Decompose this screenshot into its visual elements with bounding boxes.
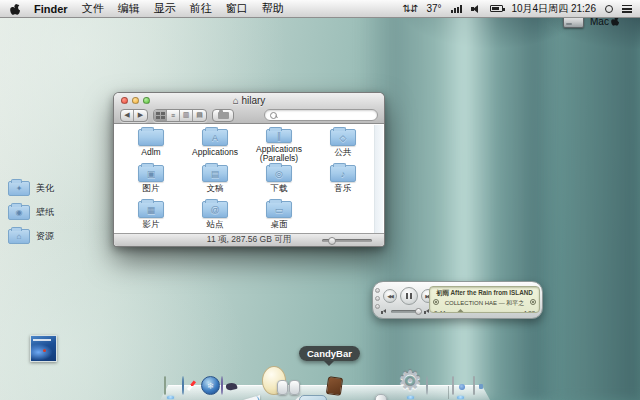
folder-item[interactable]: ▤ 文稿 [183, 163, 247, 199]
track-artist: COLLECTION HAE — 和平之 [445, 300, 525, 306]
shortcut-meihua[interactable]: ✦ 美化 [8, 181, 54, 196]
dock-separator [448, 386, 449, 399]
disc-app-icon[interactable] [426, 376, 428, 395]
temperature-status[interactable]: 37° [426, 3, 441, 14]
folder-item[interactable]: ▦ 影片 [119, 199, 183, 233]
search-input[interactable] [264, 109, 378, 121]
home-icon: ⌂ [233, 95, 239, 106]
running-indicator [167, 396, 174, 399]
window-content: Adlm A Applications ∥ Applications (Para… [115, 125, 383, 233]
forward-button[interactable]: ▶ [134, 110, 147, 121]
folder-item[interactable]: ∥ Applications (Parallels) [247, 127, 311, 163]
folder-grid: Adlm A Applications ∥ Applications (Para… [119, 127, 375, 233]
mini-player: ◀◀ ▶▶ 初雨 After the Rain from ISLAND COLL… [372, 281, 543, 319]
storage-box-icon[interactable] [452, 376, 454, 395]
clock-status[interactable]: 10月4日周四 21:26 [512, 2, 597, 16]
desktop: Finder 文件 编辑 显示 前往 窗口 帮助 ⇅⇵ 37° 10月4日周四 … [0, 0, 640, 400]
slider-knob[interactable] [328, 237, 336, 245]
gear-preferences-icon[interactable]: ⚙ [398, 366, 422, 396]
menu-item-window[interactable]: 窗口 [226, 1, 248, 16]
eject-icon[interactable] [530, 299, 536, 305]
shortcut-bizhi[interactable]: ◉ 壁纸 [8, 205, 54, 220]
folder-icon: @ [202, 201, 228, 218]
folder-item[interactable]: ▣ 图片 [119, 163, 183, 199]
background-bamboo-stalk [358, 0, 563, 400]
folder-action-icon [218, 112, 229, 119]
menu-item-help[interactable]: 帮助 [262, 1, 284, 16]
folder-item[interactable]: Adlm [119, 127, 183, 163]
window-status-bar: 11 项, 287.56 GB 可用 [114, 233, 384, 246]
icon-view-button[interactable] [154, 110, 167, 121]
folder-label: 站点 [207, 220, 224, 229]
repeat-icon[interactable] [433, 299, 439, 305]
progress-bar[interactable] [449, 312, 519, 314]
menu-item-edit[interactable]: 编辑 [118, 1, 140, 16]
folder-icon: ◇ [330, 129, 356, 146]
shortcut-ziyuan[interactable]: ⌂ 资源 [8, 229, 54, 244]
tools-folder-icon: ✦ [8, 181, 30, 196]
folder-label: 下载 [271, 184, 288, 193]
volume-knob[interactable] [415, 308, 422, 315]
folder-label: Applications (Parallels) [248, 145, 310, 163]
folder-item[interactable]: A Applications [183, 127, 247, 163]
blue-globe-app-icon[interactable] [201, 376, 220, 395]
finder-window: ⌂ hilary ◀ ▶ ≡ ▥ ▤ [113, 92, 385, 247]
list-view-button[interactable]: ≡ [167, 110, 180, 121]
apple-menu-icon[interactable] [10, 3, 20, 15]
rewind-button[interactable]: ◀◀ [383, 289, 397, 303]
dock-tooltip: CandyBar [299, 346, 360, 361]
sync-circle-icon[interactable] [605, 5, 613, 13]
trash-bin-icon[interactable] [473, 376, 475, 395]
folder-icon [138, 129, 164, 146]
column-view-button[interactable]: ▥ [180, 110, 193, 121]
updown-arrows-icon[interactable]: ⇅⇵ [403, 3, 418, 14]
folder-item[interactable]: @ 站点 [183, 199, 247, 233]
track-title: 初雨 After the Rain from ISLAND [430, 289, 539, 298]
folder-label: 图片 [143, 184, 160, 193]
safari-compass-icon[interactable] [182, 376, 184, 395]
battery-icon[interactable] [490, 5, 503, 12]
pause-button[interactable] [400, 287, 418, 305]
folder-icon: ∥ [266, 129, 292, 143]
signal-bars-icon[interactable] [451, 5, 462, 13]
menu-item-file[interactable]: 文件 [82, 1, 104, 16]
search-icon [270, 112, 277, 119]
folder-label: 音乐 [335, 184, 352, 193]
coverflow-view-button[interactable]: ▤ [193, 110, 206, 121]
menu-item-go[interactable]: 前往 [190, 1, 212, 16]
folder-label: 公共 [335, 148, 352, 157]
list-menu-icon[interactable] [622, 5, 632, 13]
player-window-buttons[interactable] [375, 288, 380, 309]
folder-label: 影片 [143, 220, 160, 229]
camera-folder-icon: ◉ [8, 205, 30, 220]
folder-icon: ▣ [138, 165, 164, 182]
shortcut-label: 资源 [36, 230, 54, 243]
background-right-shade [545, 0, 640, 400]
green-box-app-icon[interactable] [164, 376, 166, 395]
window-title: ⌂ hilary [114, 95, 384, 106]
folder-label: Applications [192, 148, 238, 157]
folder-label: Adlm [141, 148, 160, 157]
folder-item[interactable]: ◎ 下载 [247, 163, 311, 199]
action-button[interactable] [212, 109, 234, 122]
window-titlebar[interactable]: ⌂ hilary ◀ ▶ ≡ ▥ ▤ [114, 93, 384, 124]
volume-slider[interactable] [391, 310, 421, 313]
volume-min-icon [381, 308, 388, 315]
icon-size-slider[interactable] [322, 239, 372, 242]
folder-item[interactable]: ▭ 桌面 [247, 199, 311, 233]
blue-image-file[interactable] [30, 335, 57, 362]
folder-icon: A [202, 129, 228, 146]
folder-item[interactable]: ♪ 音乐 [311, 163, 375, 199]
twitter-bird-app-icon[interactable] [221, 376, 223, 395]
back-forward-control: ◀ ▶ [120, 109, 148, 122]
back-button[interactable]: ◀ [121, 110, 134, 121]
shortcut-label: 美化 [36, 182, 54, 195]
menu-app-name[interactable]: Finder [34, 3, 68, 15]
progress-knob[interactable] [457, 309, 464, 313]
elapsed-time: 0:44 [434, 310, 446, 313]
menu-item-view[interactable]: 显示 [154, 1, 176, 16]
vertical-scrollbar[interactable] [374, 125, 383, 233]
folder-icon: ▤ [202, 165, 228, 182]
speaker-icon[interactable] [471, 4, 481, 13]
folder-item[interactable]: ◇ 公共 [311, 127, 375, 163]
